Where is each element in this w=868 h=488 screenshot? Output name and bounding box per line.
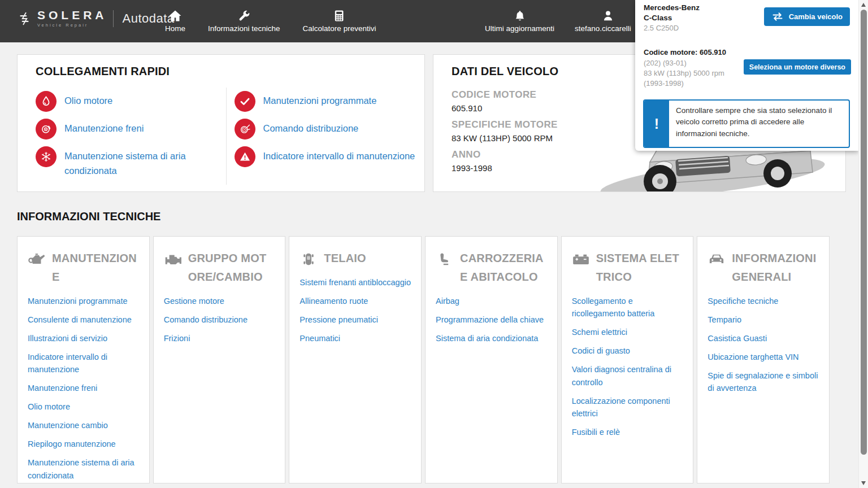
- tech-category-card-gruppo-motore-cambio: GRUPPO MOTORE/CAMBIOGestione motoreComan…: [153, 236, 286, 483]
- tech-link-sistema-di-aria-condizionata[interactable]: Sistema di aria condizionata: [436, 332, 548, 345]
- tech-link-airbag[interactable]: Airbag: [436, 295, 548, 307]
- tech-link-tempario[interactable]: Tempario: [708, 313, 820, 326]
- vehicle-notice-text: Controllare sempre che sia stato selezio…: [669, 101, 849, 147]
- quick-link-label[interactable]: Manutenzione sistema di aria condizionat…: [64, 146, 220, 178]
- home-icon: [168, 10, 182, 22]
- engine-code: Codice motore: 605.910: [644, 48, 726, 56]
- engine-detail-line: (202) (93-01): [644, 58, 724, 68]
- quick-link-label[interactable]: Comando distribuzione: [263, 119, 359, 136]
- tech-category-title: INFORMAZIONI GENERALI: [732, 249, 818, 286]
- quick-link[interactable]: Comando distribuzione: [235, 119, 419, 140]
- nav-item-label: Calcolatore preventivi: [303, 24, 376, 33]
- tech-link-indicatore-intervallo-di-manutenzione[interactable]: Indicatore intervallo di manutenzione: [28, 351, 140, 376]
- select-engine-button[interactable]: Seleziona un motore diverso: [744, 59, 851, 75]
- tech-link-programmazione-della-chiave[interactable]: Programmazione della chiave: [436, 313, 548, 326]
- tech-link-allineamento-ruote[interactable]: Allineamento ruote: [300, 295, 412, 307]
- tech-category-card-telaio: TELAIOSistemi frenanti antibloccaggioAll…: [289, 236, 422, 483]
- tech-link-pressione-pneumatici[interactable]: Pressione pneumatici: [300, 313, 412, 326]
- quick-link[interactable]: Manutenzione freni: [36, 119, 220, 140]
- tech-category-header: GRUPPO MOTORE/CAMBIO: [164, 249, 276, 286]
- brand: SOLERA Vehicle Repair Autodata: [17, 9, 175, 28]
- tech-link-comando-distribuzione[interactable]: Comando distribuzione: [164, 313, 276, 326]
- engine-details: (202) (93-01)83 kW (113hp) 5000 rpm(1993…: [644, 58, 724, 89]
- tech-category-card-informazioni-generali: INFORMAZIONI GENERALISpecifiche tecniche…: [697, 236, 830, 483]
- quick-link[interactable]: Olio motore: [36, 91, 220, 112]
- quick-links-column-left: Olio motoreManutenzione freniManutenzion…: [18, 88, 226, 185]
- tech-links: Sistemi frenanti antibloccaggioAllineame…: [300, 276, 412, 345]
- tech-category-header: TELAIO: [300, 249, 412, 268]
- nav-item-home[interactable]: Home: [165, 10, 185, 33]
- quick-link-label[interactable]: Indicatore intervallo di manutenzione: [263, 146, 415, 164]
- quick-link-label[interactable]: Manutenzioni programmate: [263, 91, 377, 108]
- tech-link-specifiche-tecniche[interactable]: Specifiche tecniche: [708, 295, 820, 307]
- car-front-icon: [708, 249, 726, 286]
- tech-link-casistica-guasti[interactable]: Casistica Guasti: [708, 332, 820, 345]
- tech-category-header: SISTEMA ELETTRICO: [572, 249, 684, 286]
- tech-category-title: CARROZZERIA E ABITACOLO: [460, 249, 546, 286]
- tech-category-header: CARROZZERIA E ABITACOLO: [436, 249, 548, 286]
- tech-category-card-sistema-elettrico: SISTEMA ELETTRICOScollegamento e ricolle…: [561, 236, 694, 483]
- tech-link-manutenzione-sistema-di-aria-condizionata[interactable]: Manutenzione sistema di aria condizionat…: [28, 456, 140, 482]
- engine-icon: [164, 249, 182, 286]
- quick-link-label[interactable]: Olio motore: [64, 91, 112, 108]
- tech-link-fusibili-e-rel[interactable]: Fusibili e relè: [572, 426, 684, 438]
- nav-item-label: Ultimi aggiornamenti: [485, 24, 554, 33]
- vehicle-make: Mercedes-Benz: [644, 3, 700, 12]
- nav-item-user[interactable]: stefano.ciccarelli: [575, 10, 642, 33]
- bell-icon: [514, 10, 526, 22]
- tech-link-codici-di-guasto[interactable]: Codici di guasto: [572, 345, 684, 357]
- tech-link-sistemi-frenanti-antibloccaggio[interactable]: Sistemi frenanti antibloccaggio: [300, 276, 412, 289]
- tech-category-card-carrozzeria-e-abitacolo: CARROZZERIA E ABITACOLOAirbagProgrammazi…: [425, 236, 558, 483]
- tech-link-frizioni[interactable]: Frizioni: [164, 332, 276, 345]
- oil-can-icon: [28, 249, 46, 286]
- engine-detail-line: (1993-1998): [644, 79, 724, 89]
- tech-link-spie-di-segnalazione-e-simboli-di-avvertenza[interactable]: Spie di segnalazione e simboli di avvert…: [708, 369, 820, 395]
- timing-belt-icon: [235, 119, 255, 140]
- tech-category-card-manutenzione: MANUTENZIONEManutenzioni programmateCons…: [17, 236, 150, 483]
- tech-link-illustrazioni-di-servizio[interactable]: Illustrazioni di servizio: [28, 332, 140, 345]
- tech-link-riepilogo-manutenzione[interactable]: Riepilogo manutenzione: [28, 438, 140, 450]
- quick-links-card: COLLEGAMENTI RAPIDI Olio motoreManutenzi…: [17, 54, 425, 192]
- tech-links: AirbagProgrammazione della chiaveSistema…: [436, 295, 548, 345]
- tech-link-scollegamento-e-ricollegamento-batteria[interactable]: Scollegamento e ricollegamento batteria: [572, 295, 684, 320]
- tech-links: Gestione motoreComando distribuzioneFriz…: [164, 295, 276, 345]
- tech-info-title: INFORMAZIONI TECNICHE: [17, 210, 160, 223]
- nav-item-calcolatore-preventivi[interactable]: Calcolatore preventivi: [303, 10, 376, 33]
- tech-link-ubicazione-targhetta-vin[interactable]: Ubicazione targhetta VIN: [708, 351, 820, 363]
- tech-link-manutenzioni-programmate[interactable]: Manutenzioni programmate: [28, 295, 140, 307]
- nav-item-updates[interactable]: Ultimi aggiornamenti: [485, 10, 554, 33]
- vehicle-panel: Mercedes-Benz C-Class 2.5 C250D Cambia v…: [635, 0, 858, 151]
- brake-disc-icon: [36, 119, 57, 140]
- quick-link-label[interactable]: Manutenzione freni: [64, 119, 144, 136]
- tech-link-consulente-di-manutenzione[interactable]: Consulente di manutenzione: [28, 313, 140, 326]
- user-name: stefano.ciccarelli: [575, 24, 631, 33]
- snowflake-icon: [36, 146, 57, 167]
- quick-link[interactable]: Manutenzione sistema di aria condizionat…: [36, 146, 220, 178]
- tech-links: Manutenzioni programmateConsulente di ma…: [28, 295, 140, 482]
- brand-tagline: Vehicle Repair: [37, 23, 107, 28]
- nav-item-informazioni-tecniche[interactable]: Informazioni tecniche: [208, 10, 280, 33]
- quick-link[interactable]: Indicatore intervallo di manutenzione: [235, 146, 419, 167]
- tech-link-schemi-elettrici[interactable]: Schemi elettrici: [572, 326, 684, 338]
- tech-link-pneumatici[interactable]: Pneumatici: [300, 332, 412, 345]
- check-icon: [235, 91, 255, 112]
- tech-link-gestione-motore[interactable]: Gestione motore: [164, 295, 276, 307]
- scrollbar[interactable]: [858, 0, 868, 488]
- change-vehicle-button[interactable]: Cambia veicolo: [764, 7, 850, 26]
- tech-link-manutenzione-freni[interactable]: Manutenzione freni: [28, 382, 140, 394]
- tech-link-manutenzione-cambio[interactable]: Manutenzione cambio: [28, 419, 140, 432]
- quick-link[interactable]: Manutenzioni programmate: [235, 91, 419, 112]
- tech-link-localizzazione-componenti-elettrici[interactable]: Localizzazione componenti elettrici: [572, 395, 684, 420]
- nav-item-label: Home: [165, 24, 185, 33]
- nav-item-label: Informazioni tecniche: [208, 24, 280, 33]
- tech-link-valori-diagnosi-centralina-di-controllo[interactable]: Valori diagnosi centralina di controllo: [572, 363, 684, 389]
- scroll-up-icon[interactable]: [861, 3, 866, 7]
- vehicle-model: C-Class: [644, 14, 672, 22]
- tech-link-olio-motore[interactable]: Olio motore: [28, 400, 140, 413]
- scrollbar-thumb[interactable]: [861, 10, 867, 455]
- tech-links: Scollegamento e ricollegamento batteriaS…: [572, 295, 684, 439]
- car-top-icon: [300, 249, 318, 268]
- tech-category-header: INFORMAZIONI GENERALI: [708, 249, 820, 286]
- warning-triangle-icon: [235, 146, 255, 167]
- scroll-down-icon[interactable]: [861, 481, 866, 485]
